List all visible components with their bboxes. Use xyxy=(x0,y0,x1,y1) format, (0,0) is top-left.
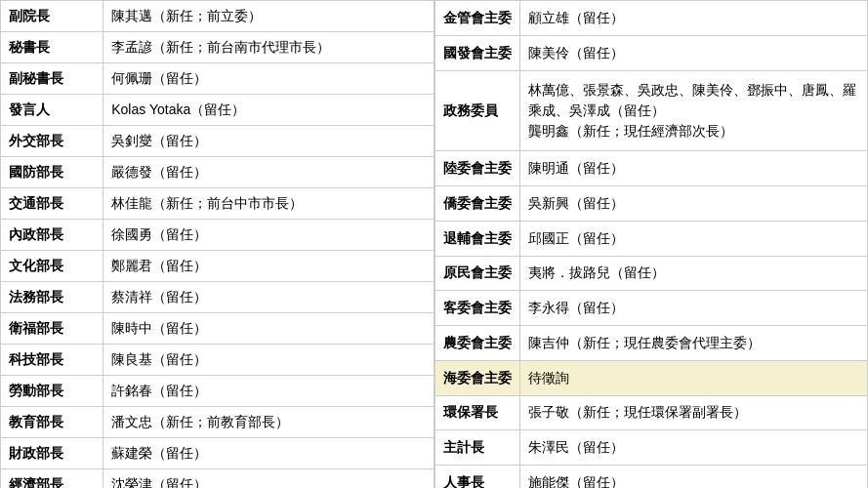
table-row: 政務委員林萬億、張景森、吳政忠、陳美伶、鄧振中、唐鳳、羅乘成、吳澤成（留任）龔明… xyxy=(434,70,868,151)
role-cell: 秘書長 xyxy=(1,32,103,63)
table-row: 國發會主委陳美伶（留任） xyxy=(434,35,868,70)
role-cell: 原民會主委 xyxy=(434,256,519,291)
role-cell: 副秘書長 xyxy=(1,63,103,95)
table-row: 原民會主委夷將．拔路兒（留任） xyxy=(434,256,868,291)
left-table: 副院長陳其邁（新任；前立委）秘書長李孟諺（新任；前台南市代理市長）副秘書長何佩珊… xyxy=(0,0,434,488)
table-row: 發言人Kolas Yotaka（留任） xyxy=(1,95,434,126)
role-cell: 教育部長 xyxy=(1,407,103,438)
role-cell: 主計長 xyxy=(434,430,519,466)
role-cell: 衛福部長 xyxy=(1,313,103,345)
table-row: 副秘書長何佩珊（留任） xyxy=(1,63,434,95)
name-cell: 林佳龍（新任；前台中市市長） xyxy=(103,188,434,220)
role-cell: 僑委會主委 xyxy=(434,186,519,222)
table-row: 交通部長林佳龍（新任；前台中市市長） xyxy=(1,188,434,220)
name-cell: 吳新興（留任） xyxy=(519,186,868,222)
role-cell: 海委會主委 xyxy=(434,360,519,395)
role-cell: 客委會主委 xyxy=(434,291,519,326)
table-row: 衛福部長陳時中（留任） xyxy=(1,313,434,345)
name-cell: 陳其邁（新任；前立委） xyxy=(103,1,434,32)
role-cell: 退輔會主委 xyxy=(434,221,519,256)
table-row: 海委會主委待徵詢 xyxy=(434,360,868,395)
name-cell: 蘇建榮（留任） xyxy=(103,438,434,469)
table-row: 勞動部長許銘春（留任） xyxy=(1,376,434,407)
name-cell: 待徵詢 xyxy=(519,360,868,395)
role-cell: 內政部長 xyxy=(1,220,103,251)
table-row: 農委會主委陳吉仲（新任；現任農委會代理主委） xyxy=(434,326,868,361)
role-cell: 交通部長 xyxy=(1,188,103,220)
table-row: 財政部長蘇建榮（留任） xyxy=(1,438,434,469)
table-row: 陸委會主委陳明通（留任） xyxy=(434,151,868,186)
name-cell: 沈榮津（留任） xyxy=(103,469,434,489)
right-table: 金管會主委顧立雄（留任）國發會主委陳美伶（留任）政務委員林萬億、張景森、吳政忠、… xyxy=(434,0,869,488)
name-cell: 張子敬（新任；現任環保署副署長） xyxy=(519,395,868,430)
role-cell: 副院長 xyxy=(1,1,103,32)
name-cell: 陳良基（留任） xyxy=(103,345,434,376)
name-cell: 施能傑（留任） xyxy=(519,466,868,488)
table-row: 文化部長鄭麗君（留任） xyxy=(1,251,434,282)
name-cell: 陳吉仲（新任；現任農委會代理主委） xyxy=(519,326,868,361)
name-cell: 李孟諺（新任；前台南市代理市長） xyxy=(103,32,434,63)
name-cell: 鄭麗君（留任） xyxy=(103,251,434,282)
table-row: 經濟部長沈榮津（留任） xyxy=(1,469,434,489)
role-cell: 文化部長 xyxy=(1,251,103,282)
table-row: 國防部長嚴德發（留任） xyxy=(1,157,434,188)
name-cell: 夷將．拔路兒（留任） xyxy=(519,256,868,291)
table-row: 法務部長蔡清祥（留任） xyxy=(1,282,434,313)
role-cell: 發言人 xyxy=(1,95,103,126)
table-row: 教育部長潘文忠（新任；前教育部長） xyxy=(1,407,434,438)
table-row: 秘書長李孟諺（新任；前台南市代理市長） xyxy=(1,32,434,63)
table-row: 僑委會主委吳新興（留任） xyxy=(434,186,868,222)
role-cell: 政務委員 xyxy=(434,70,519,151)
name-cell: 顧立雄（留任） xyxy=(519,1,868,36)
role-cell: 財政部長 xyxy=(1,438,103,469)
table-row: 副院長陳其邁（新任；前立委） xyxy=(1,1,434,32)
role-cell: 農委會主委 xyxy=(434,326,519,361)
role-cell: 陸委會主委 xyxy=(434,151,519,186)
name-cell: 林萬億、張景森、吳政忠、陳美伶、鄧振中、唐鳳、羅乘成、吳澤成（留任）龔明鑫（新任… xyxy=(519,70,868,151)
table-row: 客委會主委李永得（留任） xyxy=(434,291,868,326)
role-cell: 科技部長 xyxy=(1,345,103,376)
role-cell: 金管會主委 xyxy=(434,1,519,36)
role-cell: 人事長 xyxy=(434,466,519,488)
name-cell: 蔡清祥（留任） xyxy=(103,282,434,313)
table-row: 退輔會主委邱國正（留任） xyxy=(434,221,868,256)
table-row: 人事長施能傑（留任） xyxy=(434,466,868,488)
role-cell: 外交部長 xyxy=(1,126,103,157)
name-cell: 許銘春（留任） xyxy=(103,376,434,407)
name-cell: Kolas Yotaka（留任） xyxy=(103,95,434,126)
role-cell: 環保署長 xyxy=(434,395,519,430)
table-row: 科技部長陳良基（留任） xyxy=(1,345,434,376)
role-cell: 法務部長 xyxy=(1,282,103,313)
role-cell: 勞動部長 xyxy=(1,376,103,407)
main-container: 副院長陳其邁（新任；前立委）秘書長李孟諺（新任；前台南市代理市長）副秘書長何佩珊… xyxy=(0,0,868,488)
name-cell: 吳釗燮（留任） xyxy=(103,126,434,157)
name-cell: 陳美伶（留任） xyxy=(519,35,868,70)
name-cell: 李永得（留任） xyxy=(519,291,868,326)
name-cell: 邱國正（留任） xyxy=(519,221,868,256)
table-row: 內政部長徐國勇（留任） xyxy=(1,220,434,251)
table-row: 外交部長吳釗燮（留任） xyxy=(1,126,434,157)
table-row: 環保署長張子敬（新任；現任環保署副署長） xyxy=(434,395,868,430)
role-cell: 國防部長 xyxy=(1,157,103,188)
name-cell: 陳明通（留任） xyxy=(519,151,868,186)
table-row: 金管會主委顧立雄（留任） xyxy=(434,1,868,36)
name-cell: 陳時中（留任） xyxy=(103,313,434,345)
role-cell: 經濟部長 xyxy=(1,469,103,489)
name-cell: 何佩珊（留任） xyxy=(103,63,434,95)
name-cell: 潘文忠（新任；前教育部長） xyxy=(103,407,434,438)
name-cell: 朱澤民（留任） xyxy=(519,430,868,466)
role-cell: 國發會主委 xyxy=(434,35,519,70)
table-row: 主計長朱澤民（留任） xyxy=(434,430,868,466)
name-cell: 徐國勇（留任） xyxy=(103,220,434,251)
name-cell: 嚴德發（留任） xyxy=(103,157,434,188)
